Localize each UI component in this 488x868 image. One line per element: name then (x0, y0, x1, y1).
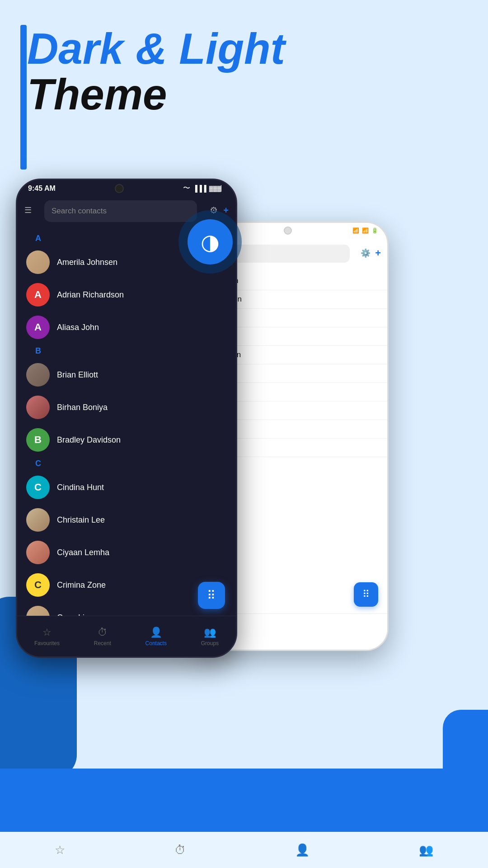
nav-label-contacts: Contacts (145, 640, 167, 646)
battery-icon-light: 🔋 (371, 227, 378, 234)
bottom-nav-dark: ☆ Favourites ⏱ Recent 👤 Contacts 👥 Group… (17, 616, 236, 656)
nav-groups[interactable]: 👥 Groups (201, 627, 219, 646)
list-item[interactable]: Christain Lee (17, 504, 236, 536)
filter-icon-light[interactable]: ⚙️ (361, 248, 371, 258)
recent-icon: ⏱ (98, 627, 108, 638)
status-icons-light: 📶 📶 🔋 (352, 227, 378, 234)
app-favourites-icon: ☆ (55, 843, 65, 857)
app-recent-icon: ⏱ (174, 843, 186, 857)
status-icons-dark: 〜 ▐▐▐ ▓▓▓▏ (183, 184, 225, 193)
list-item[interactable]: Brian Elliott (17, 359, 236, 391)
app-bottom-bar: ☆ ⏱ 👤 👥 (0, 832, 488, 868)
avatar (26, 396, 50, 419)
contact-name: Crimina Zone (57, 580, 106, 590)
app-nav-contacts[interactable]: 👤 (295, 843, 310, 857)
avatar (26, 363, 50, 387)
app-nav-recent[interactable]: ⏱ (174, 843, 186, 857)
nav-label-favourites: Favourites (34, 640, 60, 646)
fab-button-light[interactable]: ⠿ (354, 582, 378, 607)
avatar: C (26, 573, 50, 597)
contact-name: Amerila Johnsen (57, 258, 117, 267)
app-nav-favourites[interactable]: ☆ (55, 843, 65, 857)
nav-label-groups: Groups (201, 640, 219, 646)
list-item[interactable]: Ciyaan Lemha (17, 536, 236, 569)
list-item[interactable]: C Cindina Hunt (17, 471, 236, 504)
section-letter-c: C (26, 457, 50, 470)
header-section: Dark & Light Theme (27, 27, 285, 118)
app-groups-icon: 👥 (419, 843, 433, 857)
avatar: A (26, 316, 50, 339)
avatar: C (26, 476, 50, 499)
theme-toggle-inner: ◑ (188, 219, 233, 264)
avatar (26, 541, 50, 564)
list-item[interactable]: Birhan Boniya (17, 391, 236, 424)
nav-label-recent: Recent (94, 640, 111, 646)
theme-toggle-button[interactable]: ◑ (178, 210, 242, 274)
accent-bar (20, 25, 27, 170)
nav-favourites[interactable]: ☆ Favourites (34, 627, 60, 646)
contacts-icon: 👤 (150, 627, 162, 638)
fab-grid-icon: ⠿ (207, 589, 216, 603)
nav-contacts[interactable]: 👤 Contacts (145, 627, 167, 646)
header-title-line1: Dark & Light (27, 27, 285, 71)
favourites-icon: ☆ (42, 627, 52, 638)
contact-name: Brian Elliott (57, 370, 98, 380)
list-item[interactable]: A Adrian Richardson (17, 278, 236, 311)
contact-name: Cindina Hunt (57, 483, 104, 492)
contact-name: Christain Lee (57, 515, 105, 525)
search-bar-dark[interactable]: Search contacts (44, 200, 197, 222)
theme-toggle-icon: ◑ (201, 229, 220, 255)
camera-dot-light (284, 226, 292, 235)
camera-dot-dark (115, 184, 124, 193)
fab-button-dark[interactable]: ⠿ (198, 582, 225, 609)
fab-grid-icon-light: ⠿ (362, 589, 370, 600)
contact-list-dark: A Amerila Johnsen A Adrian Richardson A … (17, 227, 236, 637)
add-button-light[interactable]: + (375, 247, 381, 259)
status-time: 9:45 AM (28, 184, 56, 193)
app-contacts-icon: 👤 (295, 843, 310, 857)
avatar (26, 508, 50, 532)
nav-recent[interactable]: ⏱ Recent (94, 627, 111, 646)
contact-name: Bradley Davidson (57, 435, 121, 445)
avatar (26, 250, 50, 274)
section-letter-a: A (26, 232, 50, 245)
app-nav-groups[interactable]: 👥 (419, 843, 433, 857)
signal-icon-light: 📶 (362, 227, 369, 234)
avatar: B (26, 428, 50, 452)
signal-icon-dark: ▐▐▐ (193, 185, 206, 192)
wifi-icon-light: 📶 (352, 227, 359, 234)
search-placeholder: Search contacts (52, 207, 107, 216)
contact-name: Birhan Boniya (57, 403, 108, 412)
battery-icon-dark: ▓▓▓▏ (209, 185, 225, 192)
section-letter-b: B (26, 344, 50, 358)
contact-name: Adrian Richardson (57, 290, 124, 300)
contact-name: Aliasa John (57, 323, 99, 332)
menu-icon[interactable]: ☰ (24, 205, 32, 215)
status-bar-dark: 9:45 AM 〜 ▐▐▐ ▓▓▓▏ (17, 180, 236, 195)
wifi-icon-dark: 〜 (183, 184, 190, 193)
groups-icon: 👥 (204, 627, 216, 638)
list-item[interactable]: B Bradley Davidson (17, 424, 236, 456)
header-title-line2: Theme (27, 71, 285, 118)
contact-name: Ciyaan Lemha (57, 548, 109, 557)
list-item[interactable]: A Aliasa John (17, 311, 236, 344)
avatar: A (26, 283, 50, 307)
